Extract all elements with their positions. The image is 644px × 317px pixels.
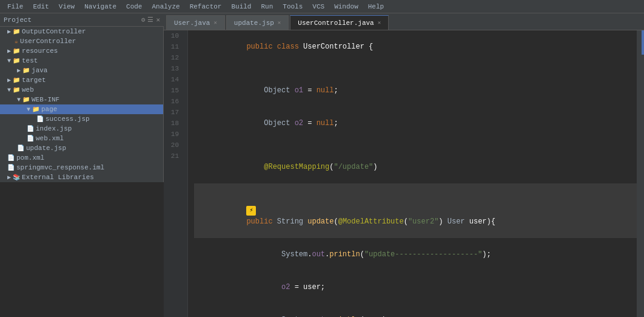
code-editor[interactable]: User.java ✕ update.jsp ✕ UserController.…	[164, 13, 644, 317]
menu-view[interactable]: View	[54, 0, 79, 13]
lib-icon: 📚	[13, 174, 20, 181]
line-num-18: 18	[164, 118, 183, 129]
tree-item-webxml[interactable]: 📄 web.xml	[0, 134, 163, 143]
jsp-icon: 📄	[17, 145, 24, 152]
menu-code[interactable]: Code	[121, 0, 147, 13]
tab-close-icon[interactable]: ✕	[213, 19, 216, 26]
tree-label: page	[41, 106, 57, 113]
menu-build[interactable]: Build	[226, 0, 256, 13]
tree-item-successjsp[interactable]: 📄 success.jsp	[0, 114, 163, 124]
tab-user-java[interactable]: User.java ✕	[166, 15, 225, 30]
tab-label: UserController.java	[298, 19, 374, 27]
expand-icon: ▼	[17, 97, 21, 103]
project-sidebar: Project ⚙ ☰ ✕ ▶ 📁 OutputController ☕	[0, 13, 164, 317]
folder-icon: 📁	[32, 106, 39, 113]
gear-icon[interactable]: ⚙	[141, 16, 146, 24]
code-text[interactable]: public class UserController { Object o1 …	[188, 30, 637, 317]
tree-label: web.xml	[36, 135, 64, 142]
sidebar-header: Project ⚙ ☰ ✕	[0, 13, 164, 27]
scroll-indicator	[642, 30, 644, 55]
tree-label: update.jsp	[26, 145, 66, 152]
expand-icon: ▼	[7, 58, 11, 64]
tree-item-indexjsp[interactable]: 📄 index.jsp	[0, 124, 163, 134]
tree-label: OutputController	[22, 28, 86, 35]
code-line-12: Object o1 = null;	[194, 74, 637, 107]
close-icon[interactable]: ✕	[156, 16, 160, 24]
menu-edit[interactable]: Edit	[28, 0, 53, 13]
folder-icon: 📁	[13, 86, 20, 94]
tree-item-target[interactable]: ▶ 📁 target	[0, 75, 163, 85]
menu-file[interactable]: File	[2, 0, 28, 13]
iml-icon: 📄	[7, 164, 15, 171]
line-num-20: 20	[164, 140, 183, 151]
folder-icon: 📁	[13, 28, 20, 35]
tab-close-icon[interactable]: ✕	[378, 19, 381, 26]
line-num-12: 12	[164, 52, 183, 63]
code-line-11	[194, 63, 637, 74]
tree-label: target	[22, 77, 46, 84]
menu-bar: File Edit View Navigate Code Analyze Ref…	[0, 0, 644, 13]
tree-label: WEB-INF	[32, 96, 59, 103]
expand-icon: ▶	[7, 174, 11, 181]
menu-refactor[interactable]: Refactor	[185, 0, 227, 13]
menu-help[interactable]: Help	[363, 0, 389, 13]
line-num-21: 21	[164, 151, 183, 162]
tree-label: springmvc_response.iml	[16, 164, 104, 171]
folder-icon: 📁	[13, 77, 20, 84]
expand-icon: ▶	[7, 47, 11, 55]
tree-item-pomxml[interactable]: 📄 pom.xml	[0, 153, 163, 163]
menu-tools[interactable]: Tools	[278, 0, 307, 13]
line-num-15: 15	[164, 85, 183, 96]
expand-icon: ▶	[7, 77, 11, 84]
folder-icon: 📁	[22, 96, 30, 103]
menu-analyze[interactable]: Analyze	[147, 0, 184, 13]
menu-navigate[interactable]: Navigate	[79, 0, 121, 13]
tab-label: update.jsp	[234, 19, 274, 27]
tree-label: index.jsp	[36, 125, 72, 132]
tree-item-java[interactable]: ▶ 📁 java	[0, 66, 163, 75]
line-num-13: 13	[164, 63, 183, 74]
layout-icon[interactable]: ☰	[147, 16, 153, 24]
tree-item-test[interactable]: ▼ 📁 test	[0, 56, 163, 66]
tree-item-webinf[interactable]: ▼ 📁 WEB-INF	[0, 95, 163, 104]
editor-panel: Project ⚙ ☰ ✕ ▶ 📁 OutputController ☕	[0, 13, 644, 317]
tree-label: web	[22, 86, 34, 94]
tree-label: External Libraries	[22, 174, 94, 181]
tree-item-external-libs[interactable]: ▶ 📚 External Libraries	[0, 172, 163, 182]
line-num-16: 16	[164, 96, 183, 107]
line-num-11: 11	[164, 41, 183, 52]
menu-vcs[interactable]: VCS	[307, 0, 329, 13]
expand-icon: ▶	[17, 67, 21, 74]
tab-usercontroller-java[interactable]: UserController.java ✕	[290, 15, 389, 30]
editor-tabs: User.java ✕ update.jsp ✕ UserController.…	[164, 13, 644, 30]
menu-run[interactable]: Run	[256, 0, 278, 13]
expand-icon: ▼	[27, 106, 30, 113]
tab-update-jsp[interactable]: update.jsp ✕	[226, 15, 289, 30]
expand-icon: ▶	[7, 28, 11, 35]
tree-item-resources[interactable]: ▶ 📁 resources	[0, 46, 163, 56]
tree-label: resources	[22, 47, 58, 55]
tree-item-outputcontroller[interactable]: ▶ 📁 OutputController	[0, 27, 163, 36]
tab-close-icon[interactable]: ✕	[278, 19, 281, 26]
line-numbers: 10 11 12 13 14 15 16 17 18 19 20 21	[164, 30, 188, 317]
tree-item-web[interactable]: ▼ 📁 web	[0, 85, 163, 95]
menu-window[interactable]: Window	[329, 0, 363, 13]
tree-item-page[interactable]: ▼ 📁 page	[0, 104, 163, 114]
tree-item-updatejsp[interactable]: 📄 update.jsp	[0, 143, 163, 153]
folder-icon: 📁	[13, 47, 20, 55]
line-num-14: 14	[164, 74, 183, 85]
xml-icon: 📄	[27, 135, 34, 142]
code-line-16: ⚡ public String update(@ModelAttribute("…	[194, 183, 637, 238]
tab-label: User.java	[174, 19, 210, 27]
sidebar-title: Project	[4, 16, 32, 24]
code-line-19: System.out.println(user);	[194, 304, 637, 317]
code-content: 10 11 12 13 14 15 16 17 18 19 20 21 publ…	[164, 30, 644, 317]
sidebar-header-icons: ⚙ ☰ ✕	[141, 16, 160, 24]
tree-item-usercontroller[interactable]: ☕ UserController	[0, 36, 163, 46]
tree-item-springmvciml[interactable]: 📄 springmvc_response.iml	[0, 163, 163, 172]
code-line-18: o2 = user;	[194, 271, 637, 304]
folder-icon: 📁	[22, 67, 30, 74]
tree-label: java	[32, 67, 47, 74]
tree-label: test	[22, 57, 38, 64]
folder-icon: 📁	[13, 57, 20, 64]
